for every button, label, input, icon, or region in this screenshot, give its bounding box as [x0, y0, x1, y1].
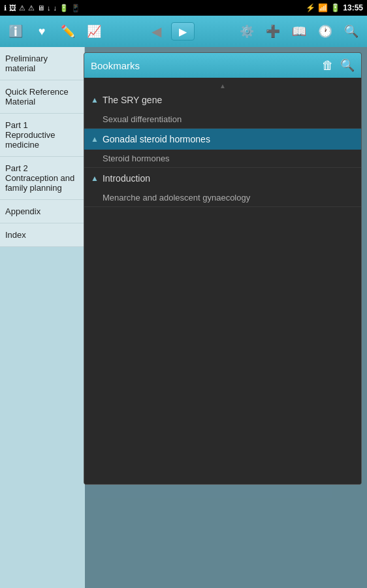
bookmark-section-intro: ▲ Introduction Menarche and adolescent g… — [84, 168, 361, 207]
pulse-button[interactable]: 📈 — [85, 22, 103, 41]
nav-item-part2[interactable]: Part 2 Contraception and family planning — [0, 157, 84, 200]
main-area: REPRODUCTIVEMEDICINE ANDFAMILY PLANNING … — [0, 47, 367, 588]
scroll-indicator: ▲ — [84, 80, 361, 90]
favorites-button[interactable]: ♥ — [33, 22, 51, 41]
nav-item-preliminary[interactable]: Preliminary material — [0, 47, 84, 80]
sry-gene-label: The SRY gene — [103, 95, 162, 105]
search-button[interactable]: 🔍 — [342, 22, 360, 41]
battery-icon: 🔋 — [330, 3, 340, 12]
bluetooth-icon: ⚡ — [306, 3, 315, 12]
bookmark-section-sry: ▲ The SRY gene Sexual differentiation — [84, 90, 361, 129]
bookmarks-header-icons: 🗑 🔍 — [322, 58, 355, 73]
history-button[interactable]: 🕐 — [316, 22, 334, 41]
warn-icon: ⚠ — [19, 4, 25, 12]
image-icon: 🖼 — [9, 4, 16, 12]
left-nav-panel: Preliminary material Quick Reference Mat… — [0, 47, 85, 247]
bookmarks-body: ▲ ▲ The SRY gene Sexual differentiation … — [84, 78, 361, 210]
bookmarks-delete-button[interactable]: 🗑 — [322, 59, 334, 73]
clock-display: 13:55 — [343, 3, 363, 12]
nav-item-index[interactable]: Index — [0, 223, 84, 247]
bat-icon: 🔋 — [59, 4, 69, 12]
scroll-up-arrow: ▲ — [219, 82, 226, 90]
edit-button[interactable]: ✏️ — [59, 22, 77, 41]
toolbar-right-icons: ⚙️ ➕ 📖 🕐 🔍 — [238, 22, 360, 41]
popup-empty-area — [84, 210, 361, 484]
monitor-icon: 🖥 — [37, 4, 44, 12]
menarche-item[interactable]: Menarche and adolescent gynaecology — [84, 189, 361, 207]
sry-gene-header[interactable]: ▲ The SRY gene — [84, 90, 361, 110]
intro-header[interactable]: ▲ Introduction — [84, 168, 361, 189]
sry-chevron-icon: ▲ — [91, 95, 99, 105]
nav-item-part1[interactable]: Part 1 Reproductive medicine — [0, 114, 84, 157]
gonadal-chevron-icon: ▲ — [91, 135, 99, 144]
settings-button[interactable]: ⚙️ — [238, 22, 256, 41]
sexual-diff-item[interactable]: Sexual differentiation — [84, 110, 361, 129]
bookmarks-search-button[interactable]: 🔍 — [340, 58, 355, 73]
info-button[interactable]: ℹ️ — [7, 22, 25, 41]
gonadal-header[interactable]: ▲ Gonadal steroid hormones — [84, 129, 361, 150]
bookmarks-header: Bookmarks 🗑 🔍 — [84, 53, 361, 78]
intro-label: Introduction — [103, 173, 150, 184]
nav-item-appendix[interactable]: Appendix — [0, 200, 84, 223]
gonadal-label: Gonadal steroid hormones — [103, 134, 210, 144]
main-toolbar: ℹ️ ♥ ✏️ 📈 ◀ ▶ ⚙️ ➕ 📖 🕐 🔍 — [0, 16, 367, 47]
status-icons-right: ⚡ 📶 🔋 13:55 — [306, 3, 363, 12]
intro-chevron-icon: ▲ — [91, 174, 99, 183]
bookmark-button[interactable]: 📖 — [290, 22, 308, 41]
nav-back-button[interactable]: ◀ — [146, 23, 166, 40]
bookmark-section-gonadal: ▲ Gonadal steroid hormones Steroid hormo… — [84, 129, 361, 168]
warn2-icon: ⚠ — [28, 4, 35, 12]
bookmarks-title: Bookmarks — [91, 60, 140, 71]
app-icon: 📱 — [71, 4, 80, 12]
dl2-icon: ↓ — [54, 4, 57, 12]
nav-item-quick-reference[interactable]: Quick Reference Material — [0, 80, 84, 114]
nav-forward-button[interactable]: ▶ — [171, 22, 195, 41]
steroid-hormones-item[interactable]: Steroid hormones — [84, 150, 361, 168]
bookmarks-popup: Bookmarks 🗑 🔍 ▲ ▲ The SRY gene Sexual di… — [84, 52, 362, 485]
info-status-icon: ℹ — [4, 4, 7, 12]
toolbar-left-icons: ℹ️ ♥ ✏️ 📈 — [7, 22, 103, 41]
wifi-icon: 📶 — [318, 3, 328, 12]
dl1-icon: ↓ — [47, 4, 51, 12]
toolbar-nav: ◀ ▶ — [146, 22, 195, 41]
add-button[interactable]: ➕ — [264, 22, 282, 41]
status-icons-left: ℹ 🖼 ⚠ ⚠ 🖥 ↓ ↓ 🔋 📱 — [4, 4, 80, 12]
status-bar: ℹ 🖼 ⚠ ⚠ 🖥 ↓ ↓ 🔋 📱 ⚡ 📶 🔋 13:55 — [0, 0, 367, 16]
